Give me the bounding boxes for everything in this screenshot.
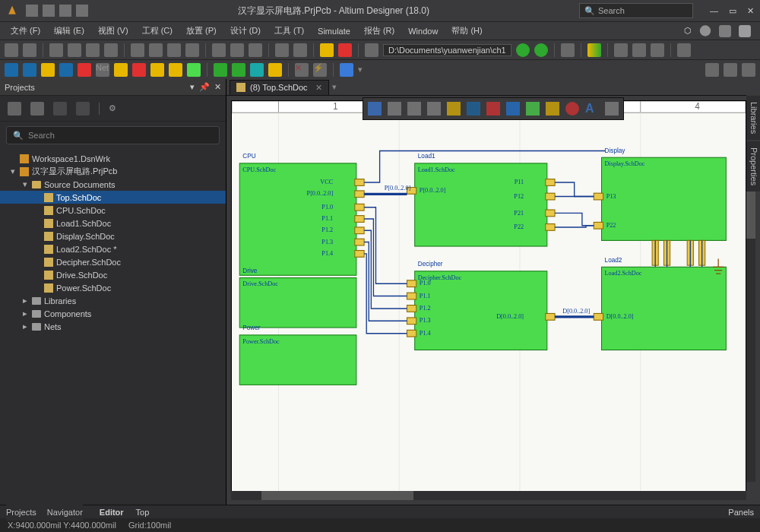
schematic-canvas[interactable]: 1234CPUCPU.SchDocVCCP[0.0..2.0]P1.0P1.1P… [231,100,746,500]
wire2-icon[interactable] [467,102,480,116]
device-icon[interactable] [232,63,245,77]
tree-item[interactable]: ▸Nets [0,320,226,333]
cross-probe-icon[interactable] [320,43,334,57]
tree-item[interactable]: ▾汉字显示屏电路.PrjPcb [0,165,226,178]
menu-report[interactable]: 报告 (R) [358,23,401,39]
gnd-icon[interactable] [486,102,500,116]
port2-icon[interactable] [447,102,461,116]
print-icon[interactable] [49,43,63,57]
maximize-button[interactable]: ▭ [729,6,736,16]
junction-icon[interactable] [565,102,579,116]
rubber-stamp-icon[interactable] [185,43,199,57]
menu-place[interactable]: 放置 (P) [180,23,223,39]
list1-icon[interactable] [705,63,719,77]
bus-icon[interactable] [23,63,36,77]
text-icon[interactable]: A [585,102,599,116]
harness2-icon[interactable] [268,63,282,77]
folder-icon[interactable] [53,102,67,116]
menu-window[interactable]: Window [402,24,444,38]
folder2-icon[interactable] [76,102,90,116]
alignleft2-icon[interactable] [427,102,441,116]
menu-file[interactable]: 文件 (F) [5,23,46,39]
align-right-icon[interactable] [651,43,664,57]
harness-icon[interactable] [250,63,264,77]
pin-icon[interactable]: 📌 [199,82,210,92]
panel-tab-projects[interactable]: Projects [6,508,36,517]
power-icon[interactable] [78,63,91,77]
global-search[interactable]: 🔍 Search [579,3,693,18]
heatmap-icon[interactable] [587,43,601,57]
editor-tab-top[interactable]: Top [136,508,150,517]
document-tab-top[interactable]: (8) Top.SchDoc ✕ [230,80,329,95]
tree-item[interactable]: Display.SchDoc [0,230,226,242]
panels-button[interactable]: Panels [728,508,754,517]
arc-icon[interactable] [605,102,619,116]
close-tab-icon[interactable]: ✕ [315,83,322,93]
cut-icon[interactable] [131,43,144,57]
noerror-icon[interactable]: ✕ [295,63,309,77]
redo-icon[interactable] [293,43,307,57]
netlabel-icon[interactable] [59,63,73,77]
tree-item[interactable]: ▾Source Documents [0,178,226,191]
crosshair-icon[interactable] [388,102,401,116]
tree-item[interactable]: Load1.SchDoc [0,217,226,230]
notifications-icon[interactable] [719,25,731,37]
settings-gear-icon[interactable] [699,25,711,37]
preview-icon[interactable] [68,43,81,57]
share-icon[interactable]: ⬡ [684,26,692,36]
align-center-icon[interactable] [632,43,646,57]
tree-item[interactable]: Drive.SchDoc [0,268,226,281]
netlabel2-icon[interactable]: Net [96,63,109,77]
line-icon[interactable] [340,63,353,77]
project-tree[interactable]: Workspace1.DsnWrk▾汉字显示屏电路.PrjPcb▾Source … [0,149,226,505]
pdf-icon[interactable] [104,43,118,57]
nav-fwd-icon[interactable] [534,43,548,57]
move-icon[interactable] [230,43,244,57]
user-avatar-icon[interactable] [739,25,751,37]
menu-view[interactable]: 视图 (V) [92,23,135,39]
side-tab-properties[interactable]: Properties [746,141,760,192]
menu-project[interactable]: 工程 (C) [136,23,179,39]
tree-item[interactable]: Power.SchDoc [0,281,226,294]
editor-tab-editor[interactable]: Editor [100,508,124,517]
cross-probe2-icon[interactable] [338,43,352,57]
paste-icon[interactable] [167,43,181,57]
side-tab-libraries[interactable]: Libraries [746,96,760,140]
projects-search[interactable]: 🔍 Search [6,126,220,144]
close-panel-icon[interactable]: ✕ [214,82,221,92]
tree-item[interactable]: Workspace1.DsnWrk [0,152,226,165]
undo-icon[interactable] [76,5,88,17]
scrollbar-horizontal[interactable] [231,491,746,500]
compile-icon[interactable] [30,102,44,116]
menu-simulate[interactable]: Simulate [312,24,356,38]
sheetsymbol-icon[interactable] [187,63,201,77]
menu-help[interactable]: 帮助 (H) [445,23,488,39]
busentry-icon[interactable] [41,63,55,77]
save-icon[interactable] [26,5,38,17]
output-icon[interactable] [86,43,100,57]
list3-icon[interactable] [742,63,755,77]
align-left-icon[interactable] [614,43,628,57]
offsheet-icon[interactable] [150,63,164,77]
minimize-button[interactable]: — [710,6,718,16]
tree-item[interactable]: Decipher.SchDoc [0,255,226,268]
menu-tools[interactable]: 工具 (T) [268,23,310,39]
grid-icon[interactable] [677,43,691,57]
selectrect-icon[interactable] [407,102,421,116]
dropdown-icon[interactable]: ▾ [190,82,195,92]
browse-icon[interactable] [365,43,378,57]
menu-edit[interactable]: 编辑 (E) [48,23,90,39]
tree-item[interactable]: ▸Libraries [0,294,226,307]
copy-icon[interactable] [149,43,163,57]
gear-icon[interactable]: ⚙ [109,103,116,113]
deselect-icon[interactable] [249,43,262,57]
sheet2-icon[interactable] [526,102,540,116]
save-all-icon[interactable] [43,5,55,17]
erc-icon[interactable]: ⚡ [313,63,327,77]
tree-item[interactable]: CPU.SchDoc [0,204,226,217]
doc-icon[interactable] [8,102,21,116]
nav-back-icon[interactable] [516,43,530,57]
list2-icon[interactable] [724,63,737,77]
part-icon[interactable] [214,63,227,77]
new-icon[interactable] [5,43,18,57]
